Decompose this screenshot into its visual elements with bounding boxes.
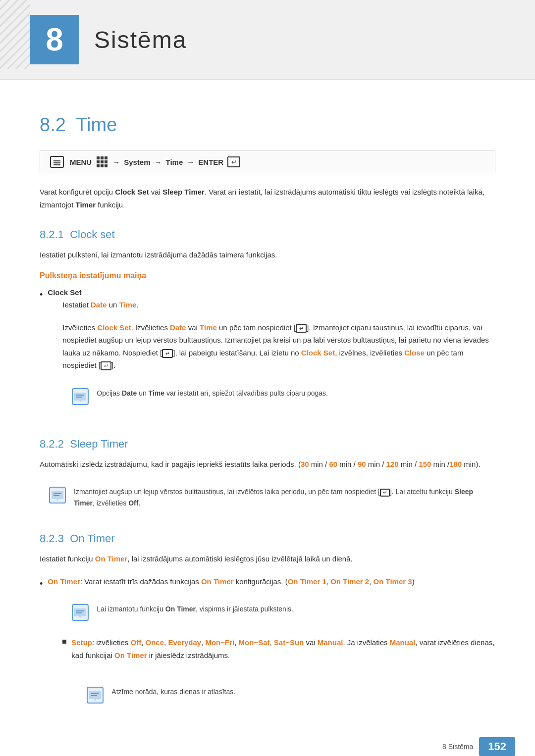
subsection-822-title-text: Sleep Timer [70, 438, 128, 450]
menu-label: MENU [70, 158, 92, 166]
footer-section-label: 8 Sistēma [442, 743, 473, 751]
bullet-dot-1: • [40, 287, 43, 302]
clock-set-text2: Izvēlieties Clock Set. Izvēlieties Date … [62, 321, 495, 372]
subsection-822-title: 8.2.2 Sleep Timer [40, 438, 495, 451]
note-box-clock: Opcijas Date un Time var iestatīt arī, s… [62, 382, 495, 411]
subsection-821-title: 8.2.1 Clock set [40, 228, 495, 241]
on-timer-bullet-list: • On Timer: Varat iestatīt trīs dažādas … [40, 575, 495, 719]
section-82-title: 8.2 Time [40, 114, 495, 136]
corner-decoration [0, 0, 30, 69]
page-wrapper: 8 Sistēma 8.2 Time MENU [0, 0, 535, 756]
subsection-822-desc: Automātiski izslēdz izstrādājumu, kad ir… [40, 458, 495, 471]
subsubsection-clock-title: Pulksteņa iestatījumu maiņa [40, 271, 495, 280]
subsection-823-title: 8.2.3 On Timer [40, 532, 495, 545]
on-timer-indent: Lai izmantotu funkciju On Timer, vispirm… [62, 598, 495, 710]
note-text-ontimer1: Lai izmantotu funkciju On Timer, vispirm… [97, 604, 293, 615]
subsection-823-title-text: On Timer [70, 532, 114, 545]
chapter-number: 8 [30, 15, 79, 64]
subsection-822-number: 8.2.2 [40, 438, 64, 450]
menu-icon [50, 156, 64, 168]
subsection-821-title-text: Clock set [70, 228, 114, 241]
bullet-on-timer: • On Timer: Varat iestatīt trīs dažādas … [40, 575, 495, 719]
clock-set-label: Clock Set [48, 288, 81, 297]
note-icon-1 [71, 388, 89, 405]
intro-text: Varat konfigurēt opciju Clock Set vai Sl… [40, 186, 495, 211]
enter-icon: ↵ [227, 156, 240, 167]
arrow-3: → [187, 158, 194, 166]
on-timer-text: On Timer: Varat iestatīt trīs dažādas fu… [48, 575, 495, 588]
main-content: 8.2 Time MENU → Syst [0, 80, 535, 756]
subsection-823-desc: Iestatiet funkciju On Timer, lai izstrād… [40, 553, 495, 565]
note-text-ontimer2: Atzīme norāda, kuras dienas ir atlasītas… [111, 686, 235, 698]
footer-page-number: 152 [479, 737, 515, 756]
note-text-clock: Opcijas Date un Time var iestatīt arī, s… [97, 388, 328, 399]
setup-bullet-item: Setup: izvēlieties Off, Once, Everyday, … [62, 636, 495, 671]
note-box-sleep: Izmantojiet augšup un lejup vērstos bult… [40, 480, 495, 515]
note-icon-2 [49, 486, 66, 504]
page-footer: 8 Sistēma 152 [442, 737, 515, 756]
note-text-sleep: Izmantojiet augšup un lejup vērstos bult… [74, 486, 486, 509]
subsection-823-number: 8.2.3 [40, 532, 64, 545]
menu-path-bar: MENU → System → Time → ENT [40, 151, 495, 173]
setup-text: Setup: izvēlieties Off, Once, Everyday, … [71, 636, 495, 661]
bullet-dot-2: • [40, 576, 43, 592]
clock-set-bullet-list: • Clock Set Iestatiet Date un Time. Izvē… [40, 286, 495, 420]
note-icon-4 [86, 686, 104, 704]
clock-set-indent: Iestatiet Date un Time. Izvēlieties Cloc… [62, 299, 495, 411]
note-icon-3 [71, 604, 89, 621]
section-number: 8.2 [40, 114, 66, 135]
chapter-title: Sistēma [94, 26, 187, 53]
chapter-header: 8 Sistēma [0, 0, 535, 80]
system-label: System [124, 158, 150, 166]
note-box-ontimer1: Lai izmantotu funkciju On Timer, vispirm… [62, 598, 495, 627]
subsection-821-number: 8.2.1 [40, 228, 64, 241]
enter-label: ENTER [198, 158, 223, 166]
arrow-2: → [155, 158, 162, 166]
subsection-821-desc: Iestatiet pulksteni, lai izmantotu izstr… [40, 249, 495, 261]
arrow-1: → [112, 158, 120, 166]
clock-set-text1: Iestatiet Date un Time. [62, 299, 495, 311]
time-label: Time [166, 158, 183, 166]
bullet-clock-set: • Clock Set Iestatiet Date un Time. Izvē… [40, 286, 495, 420]
note-box-ontimer2: Atzīme norāda, kuras dienas ir atlasītas… [77, 680, 495, 710]
section-title-text: Time [76, 114, 117, 135]
setup-note-indent: Atzīme norāda, kuras dienas ir atlasītas… [77, 680, 495, 710]
square-dot [62, 640, 66, 644]
setup-bullet-list: Setup: izvēlieties Off, Once, Everyday, … [62, 636, 495, 671]
